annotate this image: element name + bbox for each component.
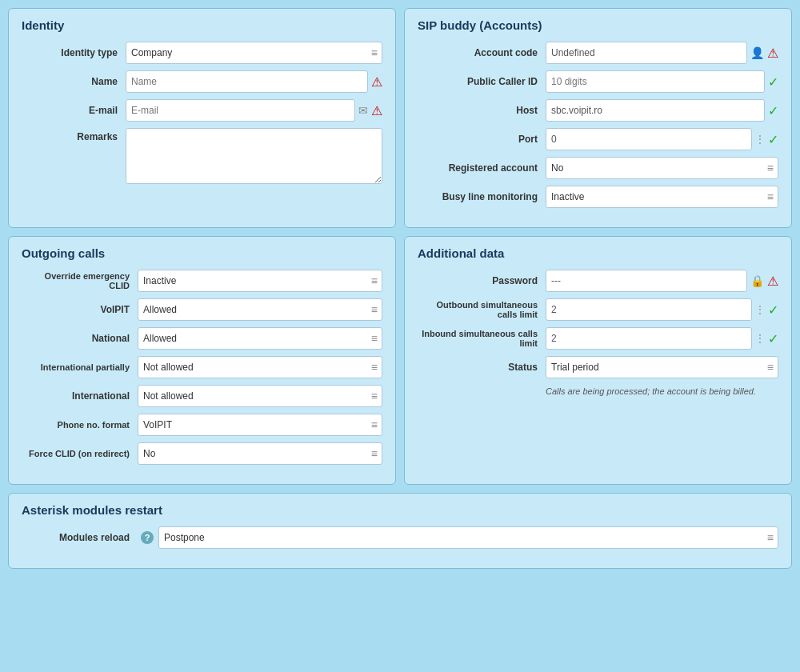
override-emergency-select-wrap[interactable]: Inactive ≡ <box>138 270 382 292</box>
outbound-limit-check-icon: ✓ <box>768 302 778 318</box>
inbound-limit-label: Inbound simultaneous calls limit <box>418 329 546 348</box>
identity-type-select[interactable]: Company <box>126 42 382 64</box>
password-lock-icon: 🔒 <box>750 274 764 287</box>
force-clid-row: Force CLID (on redirect) No ≡ <box>22 442 382 465</box>
host-label: Host <box>418 105 546 116</box>
voipit-row: VoIPIT Allowed ≡ <box>22 298 382 321</box>
port-row: Port ⋮ ✓ <box>418 128 778 150</box>
asterisk-title: Asterisk modules restart <box>22 503 778 517</box>
email-label: E-mail <box>22 105 126 116</box>
registered-account-select-wrap[interactable]: No ≡ <box>546 157 778 179</box>
host-input[interactable] <box>546 99 765 122</box>
force-clid-label: Force CLID (on redirect) <box>22 449 138 458</box>
remarks-field-wrap <box>126 128 382 184</box>
intl-partially-label: International partially <box>22 362 138 372</box>
port-field-wrap: ⋮ ✓ <box>546 128 778 150</box>
national-select-wrap[interactable]: Allowed ≡ <box>138 327 382 350</box>
registered-account-select[interactable]: No <box>546 157 778 179</box>
name-input[interactable] <box>126 70 368 93</box>
name-row: Name ⚠ <box>22 70 382 93</box>
remarks-textarea[interactable] <box>126 128 382 184</box>
busy-line-select[interactable]: Inactive <box>546 186 778 208</box>
status-select-wrap[interactable]: Trial period ≡ <box>546 356 778 378</box>
account-code-person-icon: 👤 <box>750 46 764 59</box>
outbound-limit-label: Outbound simultaneous calls limit <box>418 300 546 319</box>
identity-type-select-wrap[interactable]: Company ≡ <box>126 42 382 64</box>
modules-reload-select[interactable]: Postpone <box>158 526 778 549</box>
email-alert-icon: ⚠ <box>371 103 382 118</box>
modules-reload-field-wrap: Postpone ≡ <box>158 526 778 549</box>
intl-partially-row: International partially Not allowed ≡ <box>22 356 382 378</box>
name-label: Name <box>22 76 126 87</box>
public-caller-id-check-icon: ✓ <box>768 74 778 90</box>
international-field-wrap: Not allowed ≡ <box>138 385 382 407</box>
outbound-limit-input[interactable] <box>546 298 752 321</box>
busy-line-row: Busy line monitoring Inactive ≡ <box>418 186 778 208</box>
national-select[interactable]: Allowed <box>138 327 382 350</box>
port-label: Port <box>418 134 546 145</box>
modules-reload-label: Modules reload <box>22 532 138 543</box>
host-field-wrap: ✓ <box>546 99 778 122</box>
modules-reload-help-icon[interactable]: ? <box>141 531 154 544</box>
port-check-icon: ✓ <box>768 132 778 147</box>
modules-reload-row: Modules reload ? Postpone ≡ <box>22 526 778 549</box>
account-code-alert-icon: ⚠ <box>767 46 778 61</box>
account-code-input[interactable] <box>546 42 747 64</box>
override-emergency-field-wrap: Inactive ≡ <box>138 270 382 292</box>
override-emergency-select[interactable]: Inactive <box>138 270 382 292</box>
public-caller-id-input[interactable] <box>546 70 765 93</box>
sip-buddy-title: SIP buddy (Accounts) <box>418 18 778 32</box>
password-input[interactable] <box>546 270 747 292</box>
name-field-wrap: ⚠ <box>126 70 382 93</box>
phone-format-select-wrap[interactable]: VoIPIT ≡ <box>138 414 382 436</box>
remarks-row: Remarks <box>22 128 382 184</box>
phone-format-field-wrap: VoIPIT ≡ <box>138 414 382 436</box>
force-clid-select-wrap[interactable]: No ≡ <box>138 442 382 465</box>
inbound-limit-grid-icon: ⋮ <box>755 333 765 344</box>
status-select[interactable]: Trial period <box>546 356 778 378</box>
status-row: Status Trial period ≡ <box>418 356 778 378</box>
intl-partially-select[interactable]: Not allowed <box>138 356 382 378</box>
international-select-wrap[interactable]: Not allowed ≡ <box>138 385 382 407</box>
asterisk-panel: Asterisk modules restart Modules reload … <box>8 493 792 569</box>
identity-panel: Identity Identity type Company ≡ Name ⚠ … <box>8 8 396 228</box>
outgoing-calls-panel: Outgoing calls Override emergency CLID I… <box>8 236 396 485</box>
busy-line-label: Busy line monitoring <box>418 191 546 202</box>
password-label: Password <box>418 275 546 286</box>
public-caller-id-label: Public Caller ID <box>418 76 546 87</box>
voipit-select-wrap[interactable]: Allowed ≡ <box>138 298 382 321</box>
public-caller-id-field-wrap: ✓ <box>546 70 778 93</box>
busy-line-select-wrap[interactable]: Inactive ≡ <box>546 186 778 208</box>
force-clid-select[interactable]: No <box>138 442 382 465</box>
registered-account-label: Registered account <box>418 162 546 174</box>
modules-reload-select-wrap[interactable]: Postpone ≡ <box>158 526 778 549</box>
identity-type-field-wrap: Company ≡ <box>126 42 382 64</box>
override-emergency-label: Override emergency CLID <box>22 271 138 290</box>
status-label: Status <box>418 362 546 373</box>
voipit-select[interactable]: Allowed <box>138 298 382 321</box>
email-row: E-mail ✉ ⚠ <box>22 99 382 122</box>
outbound-limit-grid-icon: ⋮ <box>755 304 765 315</box>
outbound-limit-row: Outbound simultaneous calls limit ⋮ ✓ <box>418 298 778 321</box>
host-row: Host ✓ <box>418 99 778 122</box>
port-input[interactable] <box>546 128 752 150</box>
inbound-limit-input[interactable] <box>546 327 752 350</box>
password-field-wrap: 🔒 ⚠ <box>546 270 778 292</box>
name-alert-icon: ⚠ <box>371 74 382 90</box>
email-input[interactable] <box>126 99 355 122</box>
status-hint: Calls are being processed; the account i… <box>418 385 778 396</box>
identity-type-row: Identity type Company ≡ <box>22 42 382 64</box>
intl-partially-select-wrap[interactable]: Not allowed ≡ <box>138 356 382 378</box>
host-check-icon: ✓ <box>768 103 778 118</box>
additional-data-panel: Additional data Password 🔒 ⚠ Outbound si… <box>404 236 792 485</box>
busy-line-field-wrap: Inactive ≡ <box>546 186 778 208</box>
phone-format-label: Phone no. format <box>22 420 138 430</box>
email-envelope-icon: ✉ <box>358 104 368 117</box>
international-select[interactable]: Not allowed <box>138 385 382 407</box>
identity-title: Identity <box>22 18 382 32</box>
registered-account-field-wrap: No ≡ <box>546 157 778 179</box>
account-code-field-wrap: 👤 ⚠ <box>546 42 778 64</box>
national-field-wrap: Allowed ≡ <box>138 327 382 350</box>
phone-format-select[interactable]: VoIPIT <box>138 414 382 436</box>
outgoing-calls-title: Outgoing calls <box>22 246 382 260</box>
